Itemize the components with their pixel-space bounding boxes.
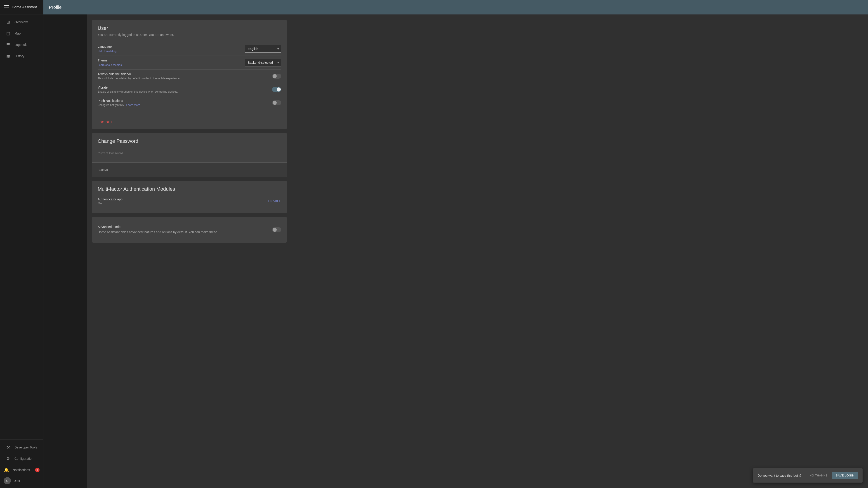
mfa-authenticator-row: Authenticator app totp ENABLE <box>98 194 281 208</box>
user-subtitle: You are currently logged in as User. You… <box>98 33 281 37</box>
change-password-title: Change Password <box>98 138 281 144</box>
advanced-mode-row: Advanced mode Home Assistant hides advan… <box>98 222 281 237</box>
save-login-button[interactable]: SAVE LOGIN <box>832 472 858 479</box>
sidebar-item-map[interactable]: ◫ Map <box>2 28 41 39</box>
sidebar-bottom: ⚒ Developer Tools ⚙ Configuration 🔔 Noti… <box>0 440 43 488</box>
vibrate-label: Vibrate <box>98 86 272 89</box>
sidebar-nav: ⊞ Overview ◫ Map ☰ Logbook ▦ History <box>0 14 43 440</box>
theme-select[interactable]: Backend-selected Default Dark <box>245 59 281 66</box>
dialog-actions: NO THANKS SAVE LOGIN <box>807 472 858 479</box>
current-password-wrapper <box>98 146 281 157</box>
vibrate-description: Enable or disable vibration on this devi… <box>98 90 272 93</box>
push-notifications-row: Push Notifications Configure notify.html… <box>98 96 281 109</box>
no-thanks-button[interactable]: NO THANKS <box>807 472 830 479</box>
always-hide-sidebar-label: Always hide the sidebar <box>98 72 272 76</box>
sidebar-item-label: Configuration <box>14 457 33 460</box>
notifications-label: Notifications <box>13 468 30 472</box>
learn-more-link[interactable]: Learn more <box>126 103 140 107</box>
mfa-card: Multi-factor Authentication Modules Auth… <box>92 181 287 213</box>
user-card-content: User You are currently logged in as User… <box>92 20 287 115</box>
sidebar-item-configuration[interactable]: ⚙ Configuration <box>2 453 41 464</box>
change-password-card: Change Password SUBMIT <box>92 133 287 177</box>
sidebar-item-label: Overview <box>14 20 28 24</box>
mfa-title: Multi-factor Authentication Modules <box>98 186 281 192</box>
always-hide-sidebar-toggle[interactable] <box>272 74 281 78</box>
sidebar-item-history[interactable]: ▦ History <box>2 51 41 61</box>
language-select-wrapper: English French German Spanish <box>245 45 281 53</box>
advanced-mode-label-group: Advanced mode Home Assistant hides advan… <box>98 225 272 234</box>
sidebar: Home Assistant ⊞ Overview ◫ Map ☰ Logboo… <box>0 0 43 488</box>
advanced-mode-content: Advanced mode Home Assistant hides advan… <box>92 217 287 242</box>
push-notifications-description: Configure notify.html5. Learn more <box>98 103 272 107</box>
notification-badge: 1 <box>35 468 39 472</box>
authenticator-app-label: Authenticator app <box>98 197 123 201</box>
save-login-text: Do you want to save this login? <box>757 474 801 477</box>
sidebar-header: Home Assistant <box>0 0 43 14</box>
sidebar-item-label: Developer Tools <box>14 446 37 449</box>
developer-tools-icon: ⚒ <box>5 445 11 450</box>
advanced-mode-toggle[interactable] <box>272 227 281 232</box>
save-login-dialog: Do you want to save this login? NO THANK… <box>753 468 863 483</box>
push-notifications-label-group: Push Notifications Configure notify.html… <box>98 99 272 107</box>
mfa-label-group: Authenticator app totp <box>98 197 123 204</box>
submit-section: SUBMIT <box>92 163 287 177</box>
logout-button[interactable]: LOG OUT <box>98 119 113 126</box>
vibrate-label-group: Vibrate Enable or disable vibration on t… <box>98 86 272 93</box>
sidebar-item-user[interactable]: U User <box>0 475 43 486</box>
user-label: User <box>13 479 20 483</box>
enable-mfa-button[interactable]: ENABLE <box>268 199 281 203</box>
vibrate-toggle[interactable] <box>272 87 281 92</box>
theme-label: Theme <box>98 59 245 62</box>
push-notifications-label: Push Notifications <box>98 99 272 103</box>
sidebar-item-label: Map <box>14 32 21 35</box>
main-content: User You are currently logged in as User… <box>87 14 868 488</box>
authenticator-app-sublabel: totp <box>98 201 123 204</box>
logbook-icon: ☰ <box>5 42 11 47</box>
push-notifications-toggle[interactable] <box>272 100 281 105</box>
help-translating-link[interactable]: Help translating <box>98 50 116 53</box>
learn-about-themes-link[interactable]: Learn about themes <box>98 64 122 67</box>
sidebar-item-label: History <box>14 54 24 58</box>
history-icon: ▦ <box>5 53 11 59</box>
language-select[interactable]: English French German Spanish <box>245 45 281 53</box>
topbar: Profile <box>43 0 868 14</box>
avatar: U <box>4 477 11 484</box>
user-card: User You are currently logged in as User… <box>92 20 287 129</box>
overview-icon: ⊞ <box>5 20 11 25</box>
logout-section: LOG OUT <box>92 115 287 129</box>
mfa-card-content: Multi-factor Authentication Modules Auth… <box>92 181 287 213</box>
advanced-mode-title: Advanced mode <box>98 225 272 229</box>
language-row: Language Help translating English French… <box>98 42 281 56</box>
language-label-group: Language Help translating <box>98 45 245 53</box>
map-icon: ◫ <box>5 31 11 36</box>
hamburger-icon[interactable] <box>4 4 9 10</box>
theme-select-wrapper: Backend-selected Default Dark <box>245 59 281 66</box>
always-hide-sidebar-row: Always hide the sidebar This will hide t… <box>98 70 281 83</box>
change-password-card-content: Change Password <box>92 133 287 162</box>
sidebar-item-logbook[interactable]: ☰ Logbook <box>2 39 41 50</box>
advanced-mode-card: Advanced mode Home Assistant hides advan… <box>92 217 287 242</box>
app-title: Home Assistant <box>12 5 37 9</box>
always-hide-sidebar-description: This will hide the sidebar by default, s… <box>98 77 272 80</box>
advanced-mode-description: Home Assistant hides advanced features a… <box>98 230 272 234</box>
language-label: Language <box>98 45 245 48</box>
user-section-title: User <box>98 25 281 31</box>
sidebar-item-label: Logbook <box>14 43 27 46</box>
theme-row: Theme Learn about themes Backend-selecte… <box>98 56 281 70</box>
bell-icon: 🔔 <box>4 467 9 473</box>
theme-label-group: Theme Learn about themes <box>98 59 245 67</box>
current-password-input[interactable] <box>98 150 281 157</box>
always-hide-sidebar-label-group: Always hide the sidebar This will hide t… <box>98 72 272 80</box>
sidebar-item-developer-tools[interactable]: ⚒ Developer Tools <box>2 442 41 453</box>
page-title: Profile <box>49 5 62 10</box>
vibrate-row: Vibrate Enable or disable vibration on t… <box>98 83 281 96</box>
configuration-icon: ⚙ <box>5 456 11 461</box>
sidebar-item-overview[interactable]: ⊞ Overview <box>2 17 41 28</box>
sidebar-item-notifications[interactable]: 🔔 Notifications 1 <box>0 464 43 475</box>
submit-button[interactable]: SUBMIT <box>98 166 110 173</box>
language-control-group: English French German Spanish <box>245 45 281 53</box>
theme-control-group: Backend-selected Default Dark <box>245 59 281 66</box>
